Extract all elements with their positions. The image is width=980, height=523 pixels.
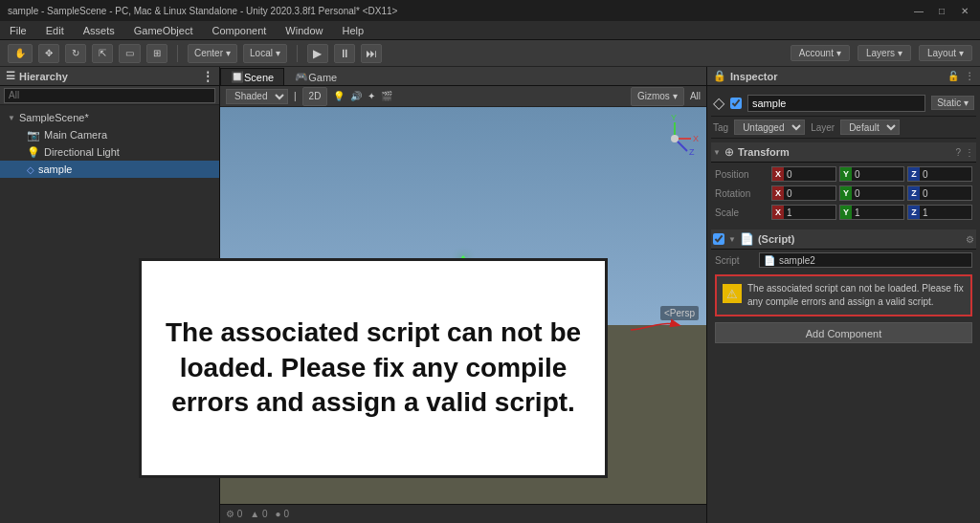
script-icon: 📄	[740, 232, 754, 246]
add-component-button[interactable]: Add Component	[715, 322, 972, 343]
menu-file[interactable]: File	[6, 25, 31, 36]
local-arrow: ▾	[276, 48, 280, 58]
sample-label: sample	[38, 163, 72, 175]
scene-icon2: 🔊	[350, 91, 362, 101]
object-icon: ◇	[713, 94, 724, 112]
rotation-y-axis: Y	[840, 186, 852, 200]
scale-row: Scale X 1 Y 1 Z	[715, 204, 972, 221]
maximize-button[interactable]: □	[934, 3, 949, 18]
menu-assets[interactable]: Assets	[79, 25, 119, 36]
static-badge[interactable]: Static ▾	[931, 96, 974, 110]
error-box: ⚠ The associated script can not be loade…	[715, 274, 972, 316]
light-icon: 💡	[27, 146, 40, 159]
menu-component[interactable]: Component	[208, 25, 270, 36]
rotation-label: Rotation	[715, 188, 768, 199]
menu-edit[interactable]: Edit	[42, 25, 68, 36]
scale-group: X 1 Y 1 Z 1	[771, 205, 972, 220]
2d-button[interactable]: 2D	[302, 87, 328, 106]
scene-tab-icon: 🔲	[231, 71, 244, 83]
play-button[interactable]: ▶	[307, 44, 328, 63]
scale-y-axis: Y	[840, 206, 852, 219]
game-tab-icon: 🎮	[295, 71, 308, 83]
center-button[interactable]: Center ▾	[188, 44, 237, 63]
object-name-input[interactable]	[747, 95, 925, 112]
position-z-val[interactable]: 0	[920, 169, 971, 180]
tag-select[interactable]: Untagged	[734, 120, 805, 135]
transform-header[interactable]: ▼ ⊕ Transform ? ⋮	[711, 142, 976, 163]
red-arrow-indicator	[607, 316, 702, 344]
sample-icon: ◇	[27, 164, 34, 175]
scale-x-val[interactable]: 1	[784, 207, 835, 218]
game-tab[interactable]: 🎮 Game	[284, 68, 347, 85]
axis-gizmo: X Y Z	[651, 115, 699, 164]
menu-window[interactable]: Window	[281, 25, 326, 36]
transform-tool[interactable]: ⊞	[146, 44, 167, 63]
pause-button[interactable]: ⏸	[334, 44, 355, 63]
hierarchy-options[interactable]: ⋮	[202, 70, 213, 83]
script-arrow-icon: ▼	[728, 235, 736, 244]
step-button[interactable]: ⏭	[361, 44, 382, 63]
layer-select[interactable]: Default	[840, 120, 900, 135]
title-bar: sample - SampleScene - PC, Mac & Linux S…	[0, 0, 980, 21]
scale-z-wrap: Z 1	[907, 205, 972, 220]
camera-label: Main Camera	[44, 129, 107, 141]
inspector-panel: 🔒 Inspector 🔓 ⋮ ◇ Static ▾ Tag	[707, 67, 980, 523]
position-x-val[interactable]: 0	[784, 169, 835, 180]
menu-gameobject[interactable]: GameObject	[130, 25, 197, 36]
static-arrow: ▾	[964, 98, 969, 108]
hierarchy-search[interactable]	[4, 88, 215, 103]
layout-button[interactable]: Layout ▾	[919, 45, 972, 61]
scene-icon4: 🎬	[381, 91, 392, 101]
close-button[interactable]: ✕	[957, 3, 972, 18]
transform-icon: ⊕	[724, 145, 734, 159]
position-x-wrap: X 0	[771, 166, 836, 182]
scale-z-val[interactable]: 1	[920, 207, 971, 218]
rotation-z-val[interactable]: 0	[920, 188, 971, 199]
script-enable-checkbox[interactable]	[713, 233, 724, 245]
hand-tool[interactable]: ✋	[8, 44, 33, 63]
camera-icon: 📷	[27, 129, 40, 142]
rotation-z-axis: Z	[908, 186, 920, 200]
scene-tab[interactable]: 🔲 Scene	[220, 68, 284, 85]
tree-item-light[interactable]: 💡 Directional Light	[0, 143, 219, 161]
center-arrow: ▾	[226, 48, 231, 58]
move-tool[interactable]: ✥	[38, 44, 59, 63]
script-settings-icon[interactable]: ⚙	[966, 234, 974, 245]
script-header[interactable]: ▼ 📄 (Script) ⚙	[711, 229, 976, 250]
menu-help[interactable]: Help	[338, 25, 368, 36]
tag-layer-row: Tag Untagged Layer Default	[711, 117, 976, 139]
layers-button[interactable]: Layers ▾	[858, 45, 911, 61]
tree-item-samplescene[interactable]: ▼ SampleScene*	[0, 109, 219, 126]
rotate-tool[interactable]: ↻	[65, 44, 86, 63]
position-y-val[interactable]: 0	[852, 169, 903, 180]
rotation-group: X 0 Y 0 Z 0	[771, 185, 972, 201]
shading-select[interactable]: Shaded	[226, 89, 288, 104]
rotation-x-wrap: X 0	[771, 185, 836, 201]
script-field-value[interactable]: 📄 sample2	[759, 252, 972, 268]
scale-y-val[interactable]: 1	[852, 207, 903, 218]
account-button[interactable]: Account ▾	[791, 45, 850, 61]
object-active-checkbox[interactable]	[730, 98, 742, 109]
object-name-row: ◇ Static ▾	[711, 90, 976, 117]
minimize-button[interactable]: —	[911, 3, 926, 18]
scale-tool[interactable]: ⇱	[92, 44, 113, 63]
tree-item-sample[interactable]: ◇ sample	[0, 161, 219, 178]
rotation-x-val[interactable]: 0	[784, 188, 835, 199]
rect-tool[interactable]: ▭	[119, 44, 141, 63]
position-group: X 0 Y 0 Z 0	[771, 166, 972, 182]
inspector-lock-icon[interactable]: 🔓	[947, 71, 959, 81]
script-field-label: Script	[715, 255, 753, 266]
local-button[interactable]: Local ▾	[243, 44, 287, 63]
inspector-menu-icon[interactable]: ⋮	[965, 71, 974, 81]
inspector-icon: 🔒	[713, 70, 726, 82]
rotation-y-val[interactable]: 0	[852, 188, 903, 199]
tree-item-maincamera[interactable]: 📷 Main Camera	[0, 126, 219, 143]
transform-menu-icon[interactable]: ⋮	[965, 147, 974, 158]
transform-settings-icon[interactable]: ?	[955, 147, 961, 158]
position-label: Position	[715, 169, 768, 180]
rotation-x-axis: X	[772, 186, 784, 200]
gizmos-button[interactable]: Gizmos ▾	[631, 87, 684, 106]
scale-x-axis: X	[772, 206, 784, 219]
toolbar: ✋ ✥ ↻ ⇱ ▭ ⊞ Center ▾ Local ▾ ▶ ⏸ ⏭ Accou…	[0, 40, 980, 67]
transform-component: ▼ ⊕ Transform ? ⋮ Position X 0	[711, 142, 976, 226]
